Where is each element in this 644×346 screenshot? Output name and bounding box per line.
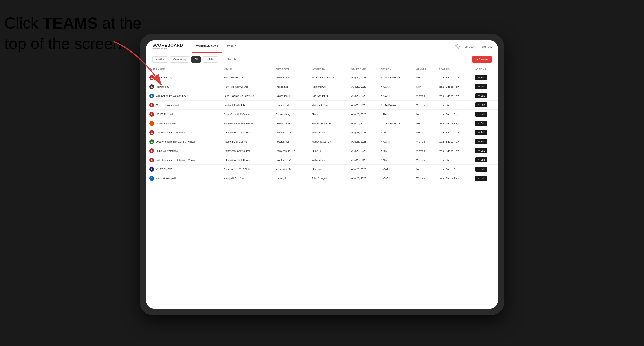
hosted-by-cell: Carl Sandburg (309, 91, 348, 101)
edit-button[interactable]: ✏ Edit (475, 130, 487, 135)
event-name: 2023 Women's Hesston Fall Kickoff (156, 140, 196, 143)
tab-teams[interactable]: TEAMS (222, 40, 241, 53)
division-cell: NAIA (378, 146, 413, 156)
edit-button[interactable]: ✏ Edit (475, 93, 487, 98)
filter-label: Filter (209, 58, 215, 61)
edit-button[interactable]: ✏ Edit (475, 121, 487, 126)
edit-button[interactable]: ✏ Edit (475, 176, 487, 181)
hosted-by-cell: Mt. Saint Mary (NY) (309, 73, 348, 82)
settings-icon[interactable] (455, 44, 460, 49)
actions-cell: ✏ Edit (472, 82, 498, 91)
hosted-by-cell: Pikeville (309, 146, 348, 156)
col-actions: ACTIONS (472, 66, 498, 73)
col-start-date: START DATE (348, 66, 378, 73)
venue-cell: Cypress Hills Golf Club (221, 165, 272, 174)
venue-cell: Lake Bracken Country Club (221, 91, 272, 101)
table-header-row: EVENT NAME VENUE CITY, STATE HOSTED BY S… (146, 66, 498, 73)
start-date-cell: Aug 28, 2023 (348, 110, 378, 119)
search-input[interactable] (225, 56, 466, 63)
scoring-cell: team, Stroke Play (436, 82, 472, 91)
event-name: VU PREVIEW (156, 168, 172, 171)
team-logo (149, 158, 154, 163)
start-date-cell: Aug 28, 2023 (348, 128, 378, 137)
venue-cell: Faribault Golf Club (221, 101, 272, 110)
team-logo (149, 75, 154, 80)
team-logo (149, 112, 154, 117)
event-name: Carl Sandburg Women FA23 (156, 95, 188, 97)
actions-cell: ✏ Edit (472, 165, 498, 174)
team-logo (149, 130, 154, 135)
division-cell: NCAA Division II (378, 101, 413, 110)
scoring-cell: team, Stroke Play (436, 128, 472, 137)
hosted-by-cell: Minnesota State (309, 101, 348, 110)
start-date-cell: Aug 28, 2023 (348, 101, 378, 110)
table-row: Highland 36 Park Hills Golf Course Freep… (146, 82, 498, 91)
edit-button[interactable]: ✏ Edit (475, 139, 487, 144)
logo-subtitle: Powered by clipit (152, 48, 183, 50)
event-name: Fall Statesmen Invitational - Women (156, 159, 196, 161)
edit-button[interactable]: ✏ Edit (475, 158, 487, 163)
venue-cell: Edmundson Golf Course (221, 128, 272, 137)
scoring-cell: team, Stroke Play (436, 119, 472, 128)
actions-cell: ✏ Edit (472, 119, 498, 128)
event-name: Maverick Invitational (156, 104, 178, 106)
col-gender: GENDER (413, 66, 436, 73)
table-row: MSMC Qualifying 1 The Powelton Club Newb… (146, 73, 498, 82)
venue-cell: Park Hills Golf Course (221, 82, 272, 91)
col-venue: VENUE (221, 66, 272, 73)
actions-cell: ✏ Edit (472, 128, 498, 137)
hosted-by-cell: Vincennes (309, 165, 348, 174)
svg-point-11 (151, 159, 152, 160)
actions-cell: ✏ Edit (472, 174, 498, 183)
scoring-cell: team, Stroke Play (436, 73, 472, 82)
team-logo (149, 139, 154, 144)
start-date-cell: Aug 28, 2023 (348, 165, 378, 174)
tab-tournaments[interactable]: TOURNAMENTS (192, 40, 222, 53)
actions-cell: ✏ Edit (472, 146, 498, 156)
competing-filter-button[interactable]: Competing (170, 56, 189, 63)
hosting-filter-button[interactable]: Hosting (152, 56, 168, 63)
city-cell: Oskaloosa, IA (272, 156, 309, 165)
svg-point-9 (151, 141, 152, 142)
create-button[interactable]: + Create (472, 56, 492, 63)
table-row: VU PREVIEW Cypress Hills Golf Club Vince… (146, 165, 498, 174)
filter-button[interactable]: ≡ Filter (203, 56, 218, 63)
svg-point-6 (151, 113, 152, 114)
nav-separator: | (478, 45, 478, 48)
edit-button[interactable]: ✏ Edit (475, 102, 487, 108)
venue-cell: Edmundson Golf Course (221, 156, 272, 165)
venue-cell: Kokopelli Golf Club (221, 174, 272, 183)
all-filter-button[interactable]: All (192, 56, 201, 63)
col-event-name: EVENT NAME (146, 66, 221, 73)
edit-button[interactable]: ✏ Edit (475, 167, 487, 172)
svg-point-1 (457, 46, 458, 47)
team-logo (149, 167, 154, 172)
col-division: DIVISION (378, 66, 413, 73)
table-row: Klash at Kokopelli Kokopelli Golf Club M… (146, 174, 498, 183)
gender-cell: Men (413, 128, 436, 137)
scoring-cell: team, Stroke Play (436, 110, 472, 119)
event-name: UPIKE Fall Invite (156, 113, 175, 116)
edit-button[interactable]: ✏ Edit (475, 84, 487, 89)
event-name-cell: Fall Statesmen Invitational - Women (146, 156, 221, 165)
filter-icon: ≡ (206, 58, 208, 61)
scoring-cell: team, Stroke Play (436, 137, 472, 146)
actions-cell: ✏ Edit (472, 73, 498, 82)
table-row: UPIKE Fall Invite StoneCrest Golf Course… (146, 110, 498, 119)
event-name-cell: 2023 Women's Hesston Fall Kickoff (146, 137, 221, 146)
actions-cell: ✏ Edit (472, 91, 498, 101)
edit-button[interactable]: ✏ Edit (475, 75, 487, 80)
actions-cell: ✏ Edit (472, 156, 498, 165)
city-cell: Newburgh, NY (272, 73, 309, 82)
city-cell: Marion, IL (272, 174, 309, 183)
team-logo (149, 94, 154, 98)
table-row: Carl Sandburg Women FA23 Lake Bracken Co… (146, 91, 498, 101)
nav-right: Test User | Sign out (455, 44, 492, 49)
edit-button[interactable]: ✏ Edit (475, 112, 487, 117)
gender-cell: Women (413, 156, 436, 165)
start-date-cell: Aug 26, 2023 (348, 91, 378, 101)
sign-out-link[interactable]: Sign out (482, 45, 492, 48)
table-row: Fall Statesmen Invitational - Women Edmu… (146, 156, 498, 165)
event-name: Fall Statesmen Invitational - Men (156, 131, 192, 134)
edit-button[interactable]: ✏ Edit (475, 148, 487, 153)
